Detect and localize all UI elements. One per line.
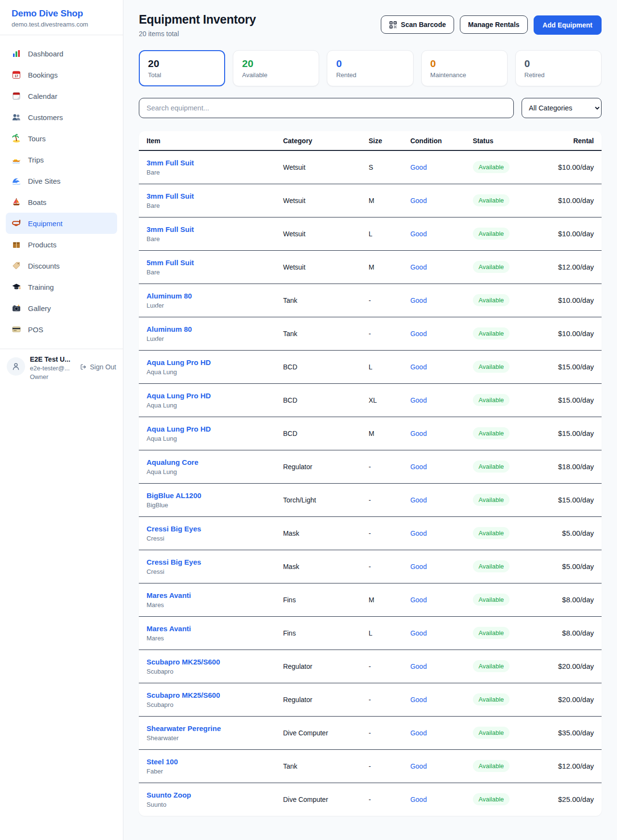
sidebar-item-calendar[interactable]: Calendar <box>6 85 117 107</box>
sidebar-item-trips[interactable]: Trips <box>6 149 117 170</box>
item-name-link[interactable]: Aluminum 80 <box>147 292 268 300</box>
condition-link[interactable]: Good <box>410 529 427 537</box>
condition-link[interactable]: Good <box>410 363 427 371</box>
condition-link[interactable]: Good <box>410 263 427 271</box>
condition-link[interactable]: Good <box>410 396 427 404</box>
sidebar-item-pos[interactable]: POS <box>6 319 117 340</box>
condition-link[interactable]: Good <box>410 496 427 504</box>
condition-link[interactable]: Good <box>410 330 427 338</box>
sidebar-item-equipment[interactable]: Equipment <box>6 213 117 234</box>
item-name-link[interactable]: Scubapro MK25/S600 <box>147 658 268 666</box>
category-cell: Regulator <box>275 683 361 716</box>
sidebar-item-products[interactable]: Products <box>6 234 117 255</box>
condition-link[interactable]: Good <box>410 163 427 171</box>
item-cell: BigBlue AL1200 BigBlue <box>139 483 275 516</box>
item-name-link[interactable]: Aqua Lung Pro HD <box>147 358 268 366</box>
condition-link[interactable]: Good <box>410 297 427 304</box>
sidebar-item-training[interactable]: Training <box>6 276 117 298</box>
item-brand: Bare <box>147 202 268 209</box>
item-name-link[interactable]: BigBlue AL1200 <box>147 491 268 500</box>
category-select[interactable]: All Categories <box>522 98 602 118</box>
item-name-link[interactable]: Aqualung Core <box>147 458 268 466</box>
condition-link[interactable]: Good <box>410 729 427 737</box>
tag-icon <box>12 261 21 271</box>
condition-link[interactable]: Good <box>410 762 427 770</box>
stat-card-rented[interactable]: 0 Rented <box>327 50 413 86</box>
size-cell: - <box>361 317 402 350</box>
condition-link[interactable]: Good <box>410 796 427 803</box>
rental-price: $8.00/day <box>562 629 594 637</box>
stat-card-available[interactable]: 20 Available <box>233 50 319 86</box>
item-name-link[interactable]: Aluminum 80 <box>147 325 268 333</box>
condition-link[interactable]: Good <box>410 629 427 637</box>
sidebar-item-dashboard[interactable]: Dashboard <box>6 43 117 64</box>
search-input[interactable] <box>139 98 514 118</box>
size-cell: L <box>361 217 402 250</box>
condition-cell: Good <box>402 483 465 516</box>
item-name-link[interactable]: Steel 100 <box>147 758 268 766</box>
category-cell: BCD <box>275 417 361 450</box>
sidebar-item-discounts[interactable]: Discounts <box>6 255 117 276</box>
equipment-table: Item Category Size Condition Status Rent… <box>139 131 602 816</box>
item-name-link[interactable]: Shearwater Peregrine <box>147 724 268 732</box>
condition-link[interactable]: Good <box>410 197 427 204</box>
condition-cell: Good <box>402 217 465 250</box>
condition-cell: Good <box>402 516 465 550</box>
stat-available-value: 20 <box>242 58 310 69</box>
item-name-link[interactable]: Aqua Lung Pro HD <box>147 392 268 400</box>
status-cell: Available <box>465 683 537 716</box>
item-name-link[interactable]: Cressi Big Eyes <box>147 525 268 533</box>
item-brand: Suunto <box>147 801 268 808</box>
condition-link[interactable]: Good <box>410 596 427 604</box>
rental-cell: $12.00/day <box>537 250 602 284</box>
condition-cell: Good <box>402 650 465 683</box>
sidebar-item-gallery[interactable]: Gallery <box>6 298 117 319</box>
item-name-link[interactable]: Cressi Big Eyes <box>147 558 268 566</box>
item-name-link[interactable]: 3mm Full Suit <box>147 192 268 200</box>
item-name-link[interactable]: Mares Avanti <box>147 624 268 633</box>
stat-card-total[interactable]: 20 Total <box>139 50 225 86</box>
category-cell: Fins <box>275 616 361 650</box>
sidebar-item-boats[interactable]: Boats <box>6 191 117 213</box>
item-cell: Aluminum 80 Luxfer <box>139 317 275 350</box>
condition-link[interactable]: Good <box>410 663 427 670</box>
item-name-link[interactable]: 3mm Full Suit <box>147 225 268 233</box>
item-brand: Faber <box>147 768 268 775</box>
condition-link[interactable]: Good <box>410 563 427 570</box>
brand-block[interactable]: Demo Dive Shop demo.test.divestreams.com <box>0 0 123 35</box>
rental-cell: $15.00/day <box>537 417 602 450</box>
size-cell: M <box>361 417 402 450</box>
condition-link[interactable]: Good <box>410 696 427 704</box>
sidebar-item-customers[interactable]: Customers <box>6 107 117 128</box>
item-name-link[interactable]: 5mm Full Suit <box>147 258 268 267</box>
item-name-link[interactable]: Aqua Lung Pro HD <box>147 425 268 433</box>
table-row: Suunto Zoop Suunto Dive Computer - Good … <box>139 783 602 816</box>
add-equipment-label: Add Equipment <box>543 21 592 29</box>
condition-link[interactable]: Good <box>410 230 427 238</box>
condition-link[interactable]: Good <box>410 463 427 471</box>
item-name-link[interactable]: Mares Avanti <box>147 591 268 599</box>
scan-barcode-label: Scan Barcode <box>401 21 446 28</box>
manage-rentals-button[interactable]: Manage Rentals <box>460 15 528 34</box>
item-name-link[interactable]: 3mm Full Suit <box>147 159 268 167</box>
status-badge: Available <box>473 394 510 406</box>
column-header-rental: Rental <box>537 131 602 150</box>
table-row: Mares Avanti Mares Fins M Good Available… <box>139 583 602 616</box>
status-badge: Available <box>473 660 510 672</box>
item-name-link[interactable]: Scubapro MK25/S600 <box>147 691 268 699</box>
stat-card-retired[interactable]: 0 Retired <box>515 50 602 86</box>
add-equipment-button[interactable]: Add Equipment <box>534 15 602 35</box>
page-title: Equipment Inventory <box>139 13 256 27</box>
sign-out-button[interactable]: Sign Out <box>80 363 116 371</box>
condition-link[interactable]: Good <box>410 430 427 437</box>
sidebar-item-dive-sites[interactable]: Dive Sites <box>6 170 117 191</box>
condition-cell: Good <box>402 150 465 184</box>
scan-barcode-button[interactable]: Scan Barcode <box>381 15 454 34</box>
item-name-link[interactable]: Suunto Zoop <box>147 791 268 799</box>
sidebar-item-bookings[interactable]: 17 Bookings <box>6 64 117 85</box>
sidebar-item-tours[interactable]: Tours <box>6 128 117 149</box>
stat-card-maintenance[interactable]: 0 Maintenance <box>421 50 508 86</box>
shop-logo[interactable]: Demo Dive Shop <box>12 8 111 19</box>
sidebar-item-label: Bookings <box>28 71 58 79</box>
header-actions: Scan Barcode Manage Rentals Add Equipmen… <box>381 15 602 35</box>
